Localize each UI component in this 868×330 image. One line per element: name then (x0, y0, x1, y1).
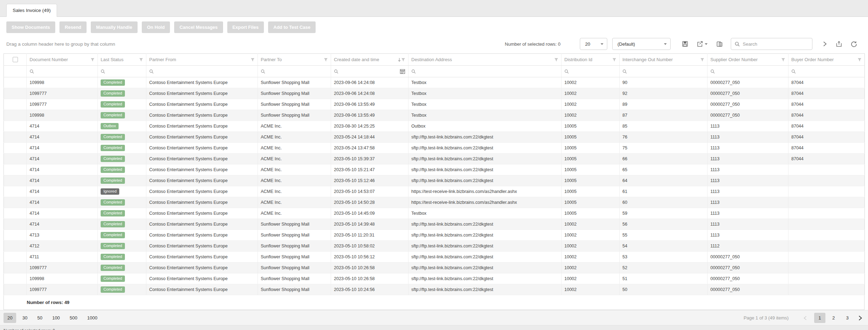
column-header-distribution-id[interactable]: Distribution Id (562, 54, 620, 66)
cell-partner-from: Contoso Entertainment Systems Europe (146, 164, 258, 175)
manually-handle-button[interactable]: Manually Handle (91, 21, 138, 33)
column-header-supplier-order-number[interactable]: Supplier Order Number (708, 54, 788, 66)
cell-document-number: 4714 (27, 164, 98, 175)
table-row[interactable]: 4714CompletedContoso Entertainment Syste… (4, 143, 865, 154)
table-row[interactable]: 4714CompletedContoso Entertainment Syste… (4, 219, 865, 230)
export-files-button[interactable]: Export Files (227, 21, 264, 33)
show-documents-button[interactable]: Show Documents (6, 21, 55, 33)
cell-partner-from: Contoso Entertainment Systems Europe (146, 88, 258, 99)
filter-icon[interactable] (700, 58, 704, 62)
table-row[interactable]: 4714CompletedContoso Entertainment Syste… (4, 154, 865, 164)
table-row[interactable]: 4713CompletedContoso Entertainment Syste… (4, 230, 865, 241)
page-size-20[interactable]: 20 (4, 313, 16, 323)
filter-icon[interactable] (90, 58, 95, 62)
cell-destination-address: sftp://ftp.test-link.bizbrains.com:22/dk… (408, 252, 562, 263)
page-size-select[interactable]: 20 (580, 38, 607, 50)
cell-supplier-order-number: 00000277_050 (708, 263, 788, 273)
column-header-interchange-out-number[interactable]: Interchange Out Number (620, 54, 708, 66)
table-row[interactable]: 4714IgnoredContoso Entertainment Systems… (4, 186, 865, 197)
column-header-partner-to[interactable]: Partner To (258, 54, 331, 66)
fullscreen-button[interactable] (834, 39, 844, 49)
next-page-button[interactable] (856, 313, 864, 323)
table-row[interactable]: 109998CompletedContoso Entertainment Sys… (4, 110, 865, 121)
filter-cell-destination-address[interactable] (408, 66, 562, 77)
table-row[interactable]: 4714CompletedContoso Entertainment Syste… (4, 164, 865, 175)
previous-page-button[interactable] (799, 312, 811, 323)
page-size-50[interactable]: 50 (33, 313, 46, 323)
filter-cell-distribution-id[interactable] (562, 66, 620, 77)
page-button-3[interactable]: 3 (842, 313, 853, 323)
page-size-1000[interactable]: 1000 (83, 313, 101, 323)
page-button-1[interactable]: 1 (814, 313, 825, 323)
select-all-checkbox[interactable] (13, 57, 18, 62)
cell-destination-address: Testbox (408, 208, 562, 219)
table-row[interactable]: 1099777CompletedContoso Entertainment Sy… (4, 88, 865, 99)
filter-row (4, 66, 865, 77)
page-button-2[interactable]: 2 (828, 313, 839, 323)
filter-icon[interactable] (139, 58, 143, 62)
page-size-30[interactable]: 30 (18, 313, 31, 323)
filter-cell-last-status[interactable] (98, 66, 146, 77)
filter-icon[interactable] (324, 58, 328, 62)
refresh-button[interactable] (849, 39, 859, 49)
filter-cell-partner-from[interactable] (146, 66, 258, 77)
cell-created-date: 2023-09-06 14:24:08 (331, 77, 408, 88)
filter-icon[interactable] (251, 58, 255, 62)
column-chooser-button[interactable] (715, 39, 724, 49)
filter-cell-supplier-order-number[interactable] (708, 66, 788, 77)
export-menu-button[interactable] (695, 39, 709, 49)
column-header-created-date[interactable]: Created date and time (331, 54, 408, 66)
table-row[interactable]: 1099777CompletedContoso Entertainment Sy… (4, 99, 865, 110)
page-size-100[interactable]: 100 (48, 313, 64, 323)
table-row[interactable]: 109998CompletedContoso Entertainment Sys… (4, 273, 865, 284)
cell-created-date: 2023-05-10 14:39:48 (331, 219, 408, 230)
status-badge: Completed (101, 134, 125, 140)
cell-buyer-order-number (788, 175, 865, 186)
column-header-destination-address[interactable]: Destination Address (408, 54, 562, 66)
table-row[interactable]: 4714OutboxContoso Entertainment Systems … (4, 121, 865, 132)
page-size-500[interactable]: 500 (66, 313, 81, 323)
cancel-messages-button[interactable]: Cancel Messages (174, 21, 223, 33)
filter-icon[interactable] (857, 58, 862, 62)
filter-cell-interchange-out-number[interactable] (620, 66, 708, 77)
column-header-partner-from[interactable]: Partner From (146, 54, 258, 66)
calendar-icon[interactable] (400, 69, 405, 74)
column-header-buyer-order-number[interactable]: Buyer Order Number (788, 54, 865, 66)
row-select-cell (4, 164, 27, 175)
search-input[interactable] (743, 41, 803, 47)
cell-supplier-order-number: 00000277_050 (708, 110, 788, 121)
filter-icon[interactable] (612, 58, 616, 62)
table-row[interactable]: 109998CompletedContoso Entertainment Sys… (4, 77, 865, 88)
filter-cell-partner-to[interactable] (258, 66, 331, 77)
add-to-test-case-button[interactable]: Add to Test Case (268, 21, 316, 33)
resend-button[interactable]: Resend (59, 21, 87, 33)
chevron-down-icon (664, 43, 667, 45)
filter-cell-created-date[interactable] (331, 66, 408, 77)
tab-sales-invoice[interactable]: Sales Invoice (49) (6, 4, 57, 17)
table-row[interactable]: 4712CompletedContoso Entertainment Syste… (4, 241, 865, 252)
filter-icon[interactable] (401, 58, 405, 62)
table-row[interactable]: 4714CompletedContoso Entertainment Syste… (4, 197, 865, 208)
table-row[interactable]: 4714CompletedContoso Entertainment Syste… (4, 132, 865, 143)
filter-cell-document-number[interactable] (27, 66, 98, 77)
save-icon (682, 41, 688, 47)
on-hold-button[interactable]: On Hold (142, 21, 170, 33)
table-row[interactable]: 4714CompletedContoso Entertainment Syste… (4, 208, 865, 219)
table-row[interactable]: 1099777CompletedContoso Entertainment Sy… (4, 284, 865, 295)
table-row[interactable]: 4711CompletedContoso Entertainment Syste… (4, 252, 865, 263)
layout-select[interactable]: (Default) (612, 38, 671, 50)
cell-document-number: 4714 (27, 121, 98, 132)
cell-partner-to: ACME Inc. (258, 164, 331, 175)
collapse-panel-button[interactable] (821, 40, 829, 48)
tab-label: Sales Invoice (49) (13, 8, 51, 13)
table-row[interactable]: 4714CompletedContoso Entertainment Syste… (4, 175, 865, 186)
save-layout-button[interactable] (680, 39, 690, 48)
filter-icon[interactable] (781, 58, 785, 62)
filter-icon[interactable] (554, 58, 558, 62)
column-header-last-status[interactable]: Last Status (98, 54, 146, 66)
column-header-document-number[interactable]: Document Number (27, 54, 98, 66)
cell-partner-from: Contoso Entertainment Systems Europe (146, 273, 258, 284)
filter-cell-buyer-order-number[interactable] (788, 66, 865, 77)
table-row[interactable]: 1099777CompletedContoso Entertainment Sy… (4, 263, 865, 273)
cell-interchange-out-number: 61 (620, 186, 708, 197)
